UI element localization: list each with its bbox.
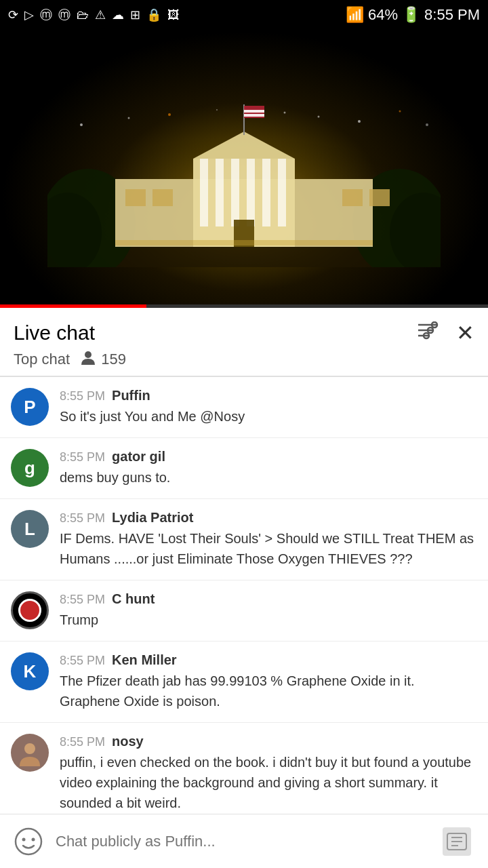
svg-rect-23 [244,114,264,117]
message-text: puffin, i even checked on the book. i di… [60,752,477,813]
status-right: 📶 64% 🔋 8:55 PM [346,6,480,24]
status-bar: ⟳ ▷ ⓜ ⓜ 🗁 ⚠ ☁ ⊞ 🔒 🖼 📶 64% 🔋 8:55 PM [0,0,488,30]
chat-input-bar [0,814,488,868]
avatar [11,591,49,629]
table-row: P 8:55 PM Puffin So it's just You and Me… [0,377,488,438]
video-progress-fill [0,304,146,308]
message-time: 8:55 PM [60,735,105,749]
svg-point-28 [318,116,320,118]
message-text: dems buy guns to. [60,467,477,488]
svg-point-27 [168,113,171,116]
svg-rect-24 [115,240,373,245]
send-icon [443,827,471,856]
message-author: gator gil [112,449,165,465]
svg-rect-13 [262,159,270,226]
wifi-icon: 📶 [346,6,364,24]
svg-point-32 [284,112,286,114]
svg-point-33 [216,109,218,111]
table-row: K 8:55 PM Ken Miller The Pfizer death ja… [0,642,488,723]
message-author: Lydia Patriot [112,510,193,526]
svg-rect-17 [342,189,363,206]
svg-point-40 [85,351,92,358]
table-row: L 8:55 PM Lydia Patriot IF Dems. HAVE 'L… [0,499,488,580]
chat-header: Live chat ✕ Top chat [0,308,488,376]
svg-rect-14 [278,159,286,226]
svg-point-26 [128,117,130,119]
close-icon[interactable]: ✕ [456,320,474,346]
message-text: So it's just You and Me @Nosy [60,406,477,427]
message-author: Ken Miller [112,652,177,668]
avatar: P [11,388,49,426]
battery-percent: 64% [368,6,398,24]
svg-rect-15 [125,189,146,206]
live-chat-title: Live chat [14,321,95,344]
message-text: Trump [60,610,477,630]
top-chat-label[interactable]: Top chat [14,351,70,368]
battery-icon: 🔋 [402,6,420,24]
message-content: 8:55 PM Lydia Patriot IF Dems. HAVE 'Los… [60,510,477,569]
video-player[interactable] [0,30,488,308]
message-time: 8:55 PM [60,593,105,607]
video-progress-bar[interactable] [0,304,488,308]
whitehouse-image [47,104,441,267]
message-author: C hunt [112,591,155,607]
clock: 8:55 PM [424,6,480,24]
message-content: 8:55 PM Puffin So it's just You and Me @… [60,388,477,427]
svg-point-41 [24,743,35,754]
message-text: IF Dems. HAVE 'Lost Their Souls' > Shoul… [60,528,477,569]
message-author: Puffin [112,388,150,403]
message-text: The Pfizer death jab has 99.99103 % Grap… [60,671,477,711]
table-row: g 8:55 PM gator gil dems buy guns to. [0,438,488,499]
svg-rect-9 [200,159,208,226]
svg-point-42 [16,829,41,854]
message-time: 8:55 PM [60,389,105,403]
message-time: 8:55 PM [60,511,105,526]
avatar [11,734,49,772]
send-button[interactable] [436,824,477,859]
filter-icon[interactable] [415,321,440,345]
viewer-count: 159 [79,350,126,369]
avatar: g [11,449,49,487]
svg-rect-12 [247,159,255,226]
svg-point-29 [358,120,361,123]
svg-point-43 [22,837,26,841]
avatar: L [11,510,49,548]
message-content: 8:55 PM nosy puffin, i even checked on t… [60,734,477,813]
message-author: nosy [112,734,144,749]
svg-rect-11 [231,159,239,226]
message-time: 8:55 PM [60,450,105,465]
message-content: 8:55 PM Ken Miller The Pfizer death jab … [60,652,477,711]
emoji-button[interactable] [11,824,46,859]
svg-point-25 [80,123,83,126]
viewer-icon [79,350,97,369]
chat-messages-list: P 8:55 PM Puffin So it's just You and Me… [0,377,488,868]
svg-rect-10 [216,159,224,226]
message-content: 8:55 PM gator gil dems buy guns to. [60,449,477,488]
status-left: ⟳ ▷ ⓜ ⓜ 🗁 ⚠ ☁ ⊞ 🔒 🖼 [8,7,181,23]
viewer-count-number: 159 [101,351,126,368]
chat-input[interactable] [56,824,427,859]
table-row: 8:55 PM C hunt Trump [0,580,488,642]
status-icons: ⟳ ▷ ⓜ ⓜ 🗁 ⚠ ☁ ⊞ 🔒 🖼 [8,7,181,23]
table-row: 8:55 PM nosy puffin, i even checked on t… [0,723,488,825]
svg-rect-18 [369,189,390,206]
message-time: 8:55 PM [60,654,105,668]
svg-point-44 [32,837,35,841]
svg-point-31 [426,123,428,126]
avatar: K [11,652,49,690]
svg-rect-22 [244,110,264,113]
svg-point-30 [399,111,401,113]
svg-rect-16 [152,189,173,206]
message-content: 8:55 PM C hunt Trump [60,591,477,630]
